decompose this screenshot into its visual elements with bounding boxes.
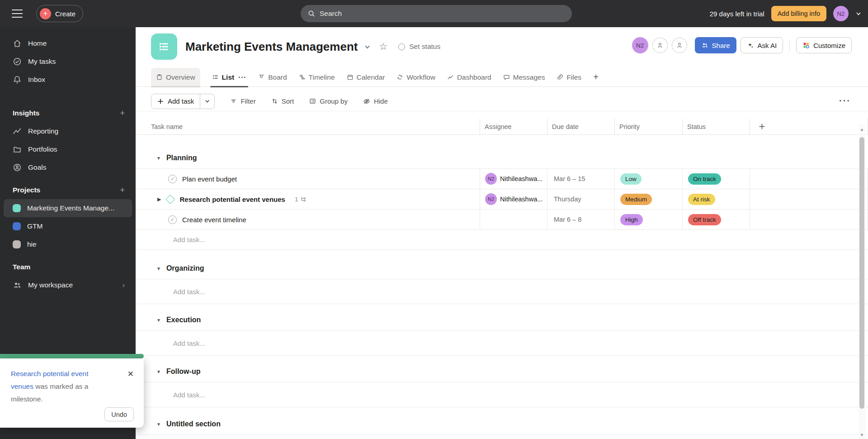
sort-button[interactable]: Sort (271, 97, 294, 105)
filter-button[interactable]: Filter (230, 97, 255, 105)
column-header-assignee[interactable]: Assignee (480, 119, 547, 134)
hamburger-menu-icon[interactable] (12, 10, 23, 18)
tab-label: Overview (166, 73, 195, 81)
expand-subtasks-icon[interactable]: ▶ (157, 196, 161, 202)
tab-list[interactable]: List ··· (212, 68, 247, 87)
tab-overview[interactable]: Overview (151, 68, 200, 87)
add-view-button[interactable]: + (593, 72, 599, 82)
sidebar-item-reporting[interactable]: Reporting (0, 122, 136, 140)
tab-overflow-icon[interactable]: ··· (238, 73, 246, 81)
sidebar-project-hie[interactable]: hie (4, 235, 132, 253)
invite-member-placeholder[interactable] (652, 38, 668, 53)
sidebar-item-inbox[interactable]: Inbox (0, 71, 136, 89)
tab-timeline[interactable]: Timeline (299, 68, 335, 87)
column-header-status[interactable]: Status (682, 119, 750, 134)
task-name-cell[interactable]: ✓ Plan event budget (136, 169, 480, 189)
add-project-icon[interactable]: + (120, 186, 125, 195)
sidebar-item-goals[interactable]: Goals (0, 158, 136, 177)
add-task-row[interactable]: Add task... (136, 230, 868, 250)
star-icon[interactable]: ☆ (379, 41, 387, 52)
due-date-cell[interactable]: Mar 6 – 8 (547, 210, 614, 229)
project-icon-tile[interactable] (151, 33, 177, 60)
add-task-button[interactable]: Add task (151, 94, 200, 109)
section-title[interactable]: Untitled section (166, 420, 221, 428)
section-title[interactable]: Execution (166, 316, 201, 324)
due-date-cell[interactable]: Mar 6 – 15 (547, 169, 614, 189)
add-task-caret[interactable] (200, 94, 214, 109)
search-input[interactable]: Search (301, 5, 572, 22)
member-avatar[interactable]: N2 (632, 37, 648, 53)
collapse-triangle-icon[interactable]: ▼ (156, 318, 161, 323)
task-name-cell[interactable]: ▶ Research potential event venues 1 (136, 189, 480, 209)
add-column-button[interactable] (750, 119, 868, 134)
tab-board[interactable]: Board (258, 68, 287, 87)
tab-workflow[interactable]: Workflow (396, 68, 435, 87)
status-badge[interactable]: On track (688, 173, 721, 185)
share-button[interactable]: Share (695, 37, 736, 53)
collapse-triangle-icon[interactable]: ▼ (156, 369, 161, 374)
priority-cell[interactable]: Medium (614, 189, 682, 209)
vertical-scrollbar[interactable]: ▲ ▼ (859, 124, 865, 439)
sidebar-project-marketing-events[interactable]: Marketing Events Manage... (4, 199, 132, 217)
status-cell[interactable]: Off track (682, 210, 750, 229)
page-title[interactable]: Marketing Events Management (185, 40, 358, 54)
add-task-row[interactable]: Add task... (136, 279, 868, 304)
set-status-button[interactable]: Set status (398, 43, 440, 51)
ask-ai-button[interactable]: Ask AI (741, 37, 783, 53)
sidebar-item-home[interactable]: Home (0, 34, 136, 52)
tab-dashboard[interactable]: Dashboard (447, 68, 491, 87)
check-circle-icon[interactable]: ✓ (168, 215, 177, 224)
assignee-cell[interactable] (480, 210, 547, 229)
tab-calendar[interactable]: Calendar (347, 68, 385, 87)
chevron-down-icon[interactable] (855, 10, 862, 17)
close-icon[interactable]: ✕ (127, 369, 134, 379)
section-title[interactable]: Organizing (166, 264, 204, 272)
chevron-right-icon[interactable]: › (123, 281, 125, 289)
chevron-down-icon[interactable] (364, 43, 371, 50)
scrollbar-thumb[interactable] (859, 137, 864, 409)
sidebar-item-portfolios[interactable]: Portfolios (0, 140, 136, 158)
sidebar-item-my-workspace[interactable]: My workspace › (0, 276, 136, 294)
sidebar-item-my-tasks[interactable]: My tasks (0, 52, 136, 71)
hide-button[interactable]: Hide (363, 97, 388, 105)
priority-cell[interactable]: High (614, 210, 682, 229)
more-options-icon[interactable]: ··· (839, 95, 851, 106)
status-cell[interactable]: At risk (682, 189, 750, 209)
priority-badge[interactable]: Low (620, 173, 642, 185)
add-task-row[interactable]: Add task... (136, 331, 868, 356)
assignee-cell[interactable]: N2 Nithileashwa... (480, 169, 547, 189)
due-date-cell[interactable]: Thursday (547, 189, 614, 209)
check-circle-icon[interactable]: ✓ (168, 175, 177, 183)
priority-cell[interactable]: Low (614, 169, 682, 189)
tab-messages[interactable]: Messages (503, 68, 545, 87)
customize-button[interactable]: Customize (796, 37, 852, 53)
invite-member-placeholder[interactable] (672, 38, 687, 53)
milestone-diamond-icon[interactable] (165, 194, 175, 204)
assignee-cell[interactable]: N2 Nithileashwa... (480, 189, 547, 209)
task-name-cell[interactable]: ✓ Create event timeline (136, 210, 480, 229)
sidebar-project-gtm[interactable]: GTM (4, 217, 132, 235)
tab-files[interactable]: Files (557, 68, 581, 87)
status-badge[interactable]: Off track (688, 214, 721, 225)
collapse-triangle-icon[interactable]: ▼ (156, 156, 161, 161)
group-by-button[interactable]: Group by (309, 97, 348, 105)
undo-button[interactable]: Undo (104, 407, 134, 421)
column-header-task-name[interactable]: Task name (136, 119, 480, 134)
section-title[interactable]: Follow-up (166, 367, 201, 376)
priority-badge[interactable]: Medium (620, 194, 652, 205)
collapse-triangle-icon[interactable]: ▼ (156, 422, 161, 427)
add-insight-icon[interactable]: + (120, 109, 125, 118)
status-badge[interactable]: At risk (688, 194, 715, 205)
priority-badge[interactable]: High (620, 214, 643, 225)
column-header-priority[interactable]: Priority (614, 119, 682, 134)
collapse-triangle-icon[interactable]: ▼ (156, 266, 161, 271)
add-task-row[interactable]: Add task... (136, 382, 868, 407)
add-billing-button[interactable]: Add billing info (771, 6, 826, 21)
status-cell[interactable]: On track (682, 169, 750, 189)
scroll-down-arrow[interactable]: ▼ (859, 433, 865, 437)
section-title[interactable]: Planning (166, 154, 197, 162)
create-button[interactable]: + Create (36, 5, 83, 22)
column-header-due-date[interactable]: Due date (547, 119, 614, 134)
scroll-up-arrow[interactable]: ▲ (859, 127, 865, 132)
user-avatar[interactable]: N2 (833, 6, 849, 21)
